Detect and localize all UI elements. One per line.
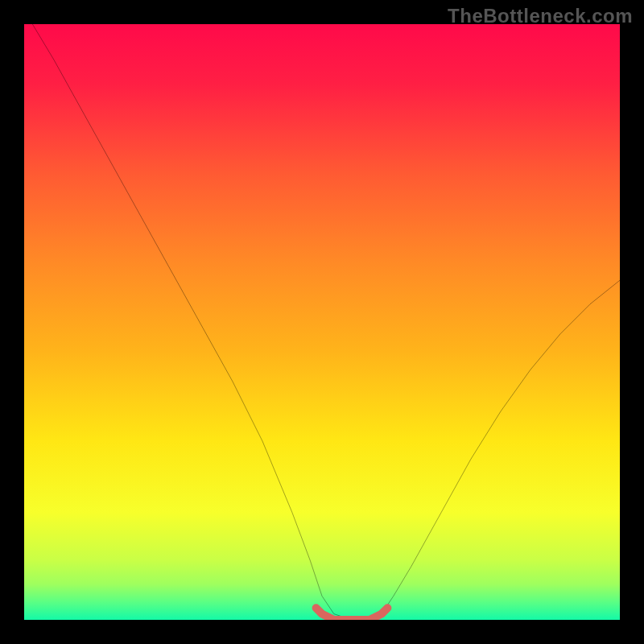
watermark-text: TheBottleneck.com	[448, 5, 633, 27]
chart-container: TheBottleneck.com	[0, 0, 644, 644]
bottleneck-chart	[24, 24, 620, 620]
gradient-background	[24, 24, 620, 620]
